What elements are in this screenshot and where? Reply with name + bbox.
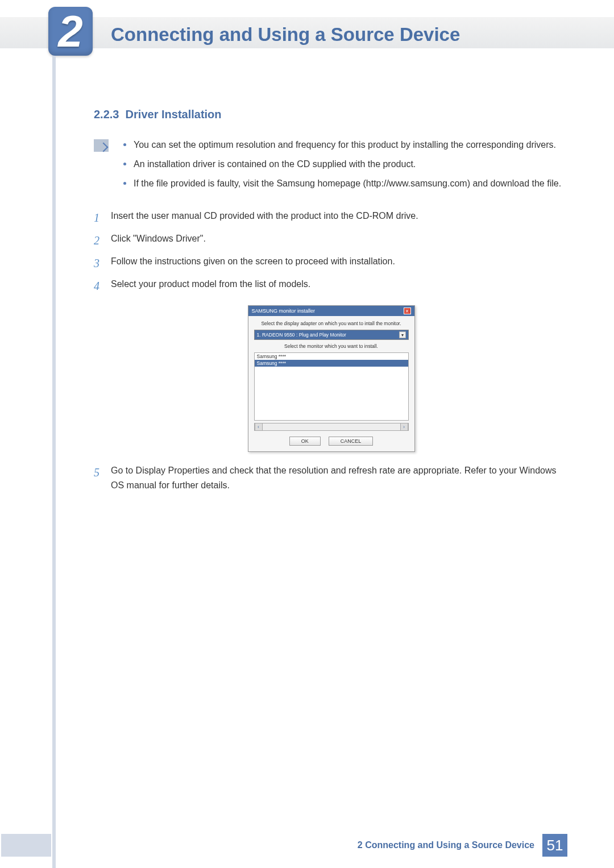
steps-list: 1 Insert the user manual CD provided wit…: [94, 209, 569, 295]
list-item[interactable]: Samsung ****: [255, 353, 408, 360]
note-bullet: An installation driver is contained on t…: [120, 157, 569, 171]
step-text: Go to Display Properties and check that …: [111, 463, 569, 492]
step-item: 1 Insert the user manual CD provided wit…: [94, 209, 569, 227]
cancel-button[interactable]: CANCEL: [329, 437, 374, 446]
section-title: Driver Installation: [126, 108, 222, 121]
step-text: Select your product model from the list …: [111, 277, 569, 295]
ok-button[interactable]: OK: [289, 437, 321, 446]
step-item: 5 Go to Display Properties and check tha…: [94, 463, 569, 492]
installer-label: Select the monitor which you want to ins…: [254, 343, 409, 349]
chapter-badge: 2: [48, 7, 93, 56]
footer-chapter-ref: 2 Connecting and Using a Source Device: [358, 840, 534, 850]
installer-adapter-select[interactable]: 1. RADEON 9550 : Plug and Play Monitor ▾: [254, 330, 409, 340]
chapter-number: 2: [58, 9, 82, 53]
step-text: Insert the user manual CD provided with …: [111, 209, 569, 227]
close-icon[interactable]: ×: [404, 308, 411, 314]
step-number: 1: [94, 209, 102, 227]
installer-titlebar: SAMSUNG monitor installer ×: [248, 306, 414, 316]
installer-buttons: OK CANCEL: [254, 437, 409, 446]
installer-title-text: SAMSUNG monitor installer: [252, 308, 316, 314]
step-number: 5: [94, 463, 102, 492]
page-footer: 2 Connecting and Using a Source Device 5…: [0, 834, 614, 857]
chevron-down-icon[interactable]: ▾: [399, 331, 406, 338]
chevron-right-icon[interactable]: ›: [400, 423, 408, 430]
step-text: Click "Windows Driver".: [111, 231, 569, 250]
section-number: 2.2.3: [94, 108, 119, 121]
step-item: 2 Click "Windows Driver".: [94, 231, 569, 250]
step-number: 3: [94, 254, 102, 272]
footer-accent-stripe: [1, 834, 51, 857]
installer-dialog: SAMSUNG monitor installer × Select the d…: [248, 305, 415, 452]
step-number: 2: [94, 231, 102, 250]
chevron-left-icon[interactable]: ‹: [255, 423, 263, 430]
note-bullet: You can set the optimum resolution and f…: [120, 138, 569, 152]
section-heading: 2.2.3 Driver Installation: [94, 108, 569, 121]
note-block: You can set the optimum resolution and f…: [94, 138, 569, 196]
installer-body: Select the display adapter on which you …: [248, 316, 414, 451]
page-number: 51: [542, 834, 567, 857]
list-item[interactable]: Samsung ****: [255, 360, 408, 367]
horizontal-scrollbar[interactable]: ‹ ›: [254, 423, 409, 431]
chapter-title: Connecting and Using a Source Device: [111, 24, 460, 45]
installer-monitor-list[interactable]: Samsung **** Samsung ****: [254, 352, 409, 421]
steps-list-cont: 5 Go to Display Properties and check tha…: [94, 463, 569, 492]
note-icon: [94, 139, 109, 152]
installer-select-text: 1. RADEON 9550 : Plug and Play Monitor: [257, 332, 346, 338]
step-item: 3 Follow the instructions given on the s…: [94, 254, 569, 272]
note-bullet-list: You can set the optimum resolution and f…: [120, 138, 569, 196]
step-text: Follow the instructions given on the scr…: [111, 254, 569, 272]
step-item: 4 Select your product model from the lis…: [94, 277, 569, 295]
installer-label: Select the display adapter on which you …: [254, 321, 409, 326]
step-number: 4: [94, 277, 102, 295]
note-bullet: If the file provided is faulty, visit th…: [120, 177, 569, 190]
left-accent-stripe: [52, 56, 56, 868]
page-content: 2.2.3 Driver Installation You can set th…: [94, 108, 569, 497]
